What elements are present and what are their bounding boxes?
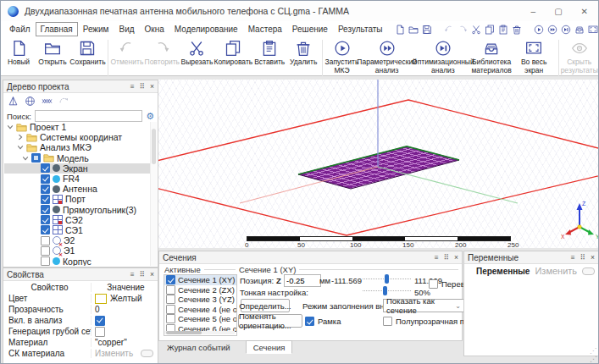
viewport-3d[interactable]: Z X Y 0 50 100 150 200 250 (мм) [158, 80, 598, 248]
hide-results-button[interactable]: Скрыть результаты [560, 39, 598, 74]
sections-list-scrollbar-thumb[interactable] [166, 331, 202, 334]
view-mesh-icon[interactable] [42, 96, 53, 107]
variables-change-link[interactable]: Изменить [535, 266, 577, 276]
coarse-mesh-checkbox[interactable] [95, 327, 105, 337]
panel-dock-icon[interactable]: ⠿ [140, 83, 145, 91]
window-resize-grip[interactable]: ⋰ [590, 356, 597, 363]
checkbox-checked[interactable] [41, 163, 50, 173]
cut-button[interactable]: Вырезать [180, 39, 214, 66]
chevron-right-icon[interactable] [17, 134, 24, 141]
panel-close-icon[interactable]: × [591, 254, 595, 262]
cs-change-link[interactable]: Изменить [95, 349, 133, 358]
parametric-analysis-button[interactable]: Параметрический анализ [359, 39, 414, 74]
panel-resize-grip[interactable]: ⋰ [590, 348, 596, 355]
qa-run-fem-icon[interactable] [534, 25, 544, 35]
tree-scrollbar-thumb[interactable] [152, 129, 156, 164]
tree-item-rectangle[interactable]: Прямоугольник(3) [4, 205, 150, 215]
qa-copy-icon[interactable] [485, 25, 495, 35]
checkbox-checked[interactable] [41, 205, 50, 214]
define-button[interactable]: Определить... [241, 299, 290, 312]
tab-event-log[interactable]: Журнал событий [160, 340, 237, 354]
section-list-item[interactable]: Сечение 4 (не опред [164, 305, 236, 315]
fullscreen-button[interactable]: Во весь экран [512, 39, 557, 74]
qa-cut-icon[interactable] [471, 25, 481, 35]
qa-redo-icon[interactable] [458, 25, 468, 35]
checkbox-checked[interactable] [41, 195, 50, 204]
menu-tab-windows[interactable]: Окна [140, 22, 169, 36]
new-button[interactable]: Новый [2, 39, 36, 66]
tree-item-se2[interactable]: СЭ2 [4, 215, 150, 225]
frame-checkbox-row[interactable]: Рамка [305, 317, 341, 326]
menu-tab-view[interactable]: Вид [114, 22, 140, 36]
variables-expand-button[interactable] [582, 267, 595, 275]
position-slider-thumb[interactable] [385, 274, 389, 284]
panel-close-icon[interactable]: × [454, 254, 458, 262]
menu-tab-home[interactable]: Главная [36, 22, 78, 36]
paste-button[interactable]: Вставить [252, 39, 286, 66]
qa-new-icon[interactable] [395, 25, 405, 35]
save-button[interactable]: Сохранить [69, 39, 106, 66]
qa-save-icon[interactable] [422, 25, 432, 35]
checkbox-unchecked[interactable] [166, 314, 175, 323]
section-list-item[interactable]: Сечение 1 (XY) [164, 275, 236, 285]
sections-list-scrollbar[interactable] [164, 331, 235, 334]
qa-open-icon[interactable] [408, 25, 419, 35]
minimize-button[interactable]: – [531, 7, 536, 16]
menu-tab-solution[interactable]: Решение [287, 22, 333, 36]
tree-item-coord-systems[interactable]: Системы координат [4, 132, 150, 142]
color-swatch[interactable] [95, 294, 107, 304]
chevron-down-icon[interactable] [17, 144, 24, 151]
delete-button[interactable]: Удалить [286, 39, 320, 66]
redo-button[interactable]: Повторить [144, 39, 180, 66]
search-settings-icon[interactable]: ⚙ [146, 112, 154, 121]
checkbox-unchecked[interactable] [383, 317, 392, 326]
checkbox-unchecked[interactable] [166, 285, 175, 295]
cs-expand-button[interactable] [141, 350, 153, 357]
qa-undo-icon[interactable] [444, 25, 454, 35]
transparency-value[interactable]: 0 [95, 305, 100, 314]
checkbox-checked[interactable] [41, 215, 50, 224]
checkbox-unchecked[interactable] [41, 256, 50, 266]
checkbox-checked[interactable] [305, 317, 314, 326]
checkbox-checked[interactable] [41, 225, 50, 234]
panel-dock-icon[interactable]: ⠿ [580, 254, 585, 262]
menu-tab-wizards[interactable]: Мастера [243, 22, 287, 36]
search-input[interactable] [35, 110, 142, 122]
qa-materials-icon[interactable] [574, 25, 585, 35]
qa-delete-icon[interactable] [512, 25, 522, 35]
qa-fullscreen-icon[interactable] [588, 25, 598, 35]
section-list-item[interactable]: Сечение 3 (YZ) [164, 295, 236, 305]
qa-paste-icon[interactable] [498, 25, 508, 35]
run-fem-button[interactable]: Запустить МКЭ [324, 39, 359, 74]
checkbox-checked[interactable] [166, 275, 175, 284]
panel-menu-icon[interactable]: ≡ [130, 83, 135, 91]
panel-dock-icon[interactable]: ⠿ [444, 254, 449, 262]
copy-button[interactable]: Копировать [214, 39, 252, 66]
optimization-analysis-button[interactable]: Оптимизационный анализ [414, 39, 472, 74]
position-slider[interactable] [363, 274, 411, 284]
tree-item-e1[interactable]: Э1 [4, 245, 150, 256]
fine-slider-thumb[interactable] [383, 286, 387, 295]
panel-menu-icon[interactable]: ≡ [571, 254, 575, 262]
checkbox-unchecked[interactable] [166, 305, 175, 314]
menu-tab-results[interactable]: Результаты [333, 22, 388, 36]
tree-item-body[interactable]: Корпус [4, 256, 150, 266]
view-solid-icon[interactable] [8, 96, 19, 107]
view-wireframe-icon[interactable] [25, 96, 36, 107]
chevron-down-icon[interactable] [7, 124, 14, 130]
section-list-item[interactable]: Сечение 2 (ZX) [164, 285, 236, 295]
tree-item-port[interactable]: Порт [4, 194, 150, 204]
panel-close-icon[interactable]: × [150, 83, 154, 91]
tree-item-fem-analysis[interactable]: Анализ МКЭ [4, 142, 150, 152]
panel-close-icon[interactable]: × [150, 271, 154, 279]
material-value[interactable]: "copper" [95, 338, 127, 347]
menu-tab-file[interactable]: Файл [4, 22, 36, 36]
close-button[interactable]: ✕ [581, 7, 588, 16]
undo-button[interactable]: Отменить [110, 39, 144, 66]
menu-tab-modeling[interactable]: Моделирование [169, 22, 243, 36]
tree-scrollbar[interactable] [150, 122, 157, 266]
position-input[interactable] [284, 274, 321, 287]
menu-tab-mode[interactable]: Режим [78, 22, 114, 36]
change-orientation-button[interactable]: Поменять ориентацию... [238, 314, 302, 328]
tree-item-fr4[interactable]: FR4 [4, 174, 150, 184]
